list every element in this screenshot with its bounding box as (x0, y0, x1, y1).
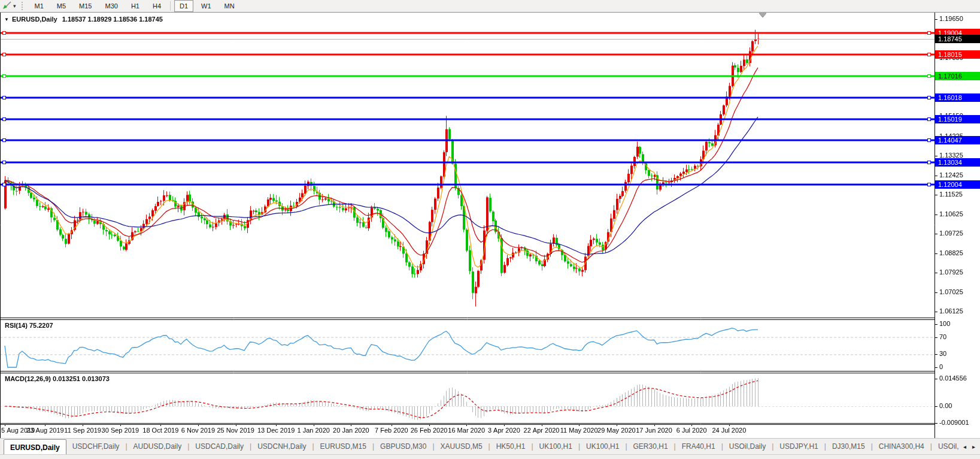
rsi-indicator-label: RSI(14) 75.2207 (5, 322, 53, 329)
chart-tab-GER30-H1[interactable]: GER30,H1 (627, 439, 674, 455)
timeframe-button-W1[interactable]: W1 (196, 0, 217, 12)
chart-area[interactable] (0, 0, 980, 459)
current-price-label[interactable]: 1.18745 (935, 35, 980, 43)
symbol-period-label: EURUSD,Daily (12, 16, 57, 23)
tab-scroll-right-icon[interactable]: ▸ (972, 443, 975, 450)
timeframe-button-M1[interactable]: M1 (29, 0, 49, 12)
chart-tab-HK50-H1[interactable]: HK50,H1 (490, 439, 532, 455)
ohlc-values: 1.18537 1.18929 1.18536 1.18745 (62, 16, 163, 23)
timeframe-button-M30[interactable]: M30 (100, 0, 123, 12)
crosshair-tool-button[interactable]: ▾ (1, 1, 18, 11)
price-line-label-1.14047[interactable]: 1.14047 (935, 136, 980, 144)
chart-tab-EURUSD-Daily[interactable]: EURUSD,Daily (4, 439, 66, 455)
timeframe-button-M5[interactable]: M5 (51, 0, 71, 12)
chart-tab-UK100-H1[interactable]: UK100,H1 (533, 439, 578, 455)
chart-tab-USDCHF-Daily[interactable]: USDCHF,Daily (66, 439, 126, 455)
chart-tab-USDCNH-Daily[interactable]: USDCNH,Daily (251, 439, 312, 455)
price-line-label-1.12004[interactable]: 1.12004 (935, 180, 980, 189)
chart-tab-CHINA300-H4[interactable]: CHINA300,H4 (873, 439, 930, 455)
chart-tab-USDJPY-H1[interactable]: USDJPY,H1 (773, 439, 824, 455)
dropdown-arrow-icon[interactable]: ▾ (13, 3, 16, 9)
toolbar-separator (170, 1, 171, 11)
price-line-label-1.18015[interactable]: 1.18015 (935, 50, 980, 59)
timeframe-button-H4[interactable]: H4 (147, 0, 166, 12)
chart-tabs-bar: EURUSD,DailyUSDCHF,Daily|AUDUSD,Daily|US… (0, 438, 980, 455)
timeframe-button-D1[interactable]: D1 (174, 0, 193, 12)
status-strip (0, 454, 980, 459)
chart-tab-XAUUSD-M5[interactable]: XAUUSD,M5 (435, 439, 489, 455)
price-line-label-1.15019[interactable]: 1.15019 (935, 115, 980, 123)
trendline-tool-icon (2, 1, 12, 12)
chart-tab-AUDUSD-Daily[interactable]: AUDUSD,Daily (128, 439, 188, 455)
price-line-label-1.16018[interactable]: 1.16018 (935, 93, 980, 102)
toolbar-grip[interactable] (22, 2, 25, 10)
timeframe-buttons: M1M5M15M30H1H4D1W1MN (28, 0, 241, 12)
tab-scroll-left-icon[interactable]: ◂ (963, 443, 966, 450)
chart-title: ▼EURUSD,Daily1.18537 1.18929 1.18536 1.1… (4, 16, 163, 23)
chart-tab-USDCAD-Daily[interactable]: USDCAD,Daily (189, 439, 250, 455)
chart-tab-FRA40-H1[interactable]: FRA40,H1 (676, 439, 721, 455)
chart-tab-USOil-H[interactable]: USOil,H (932, 439, 958, 455)
timeframe-button-M15[interactable]: M15 (74, 0, 97, 12)
timeframe-button-MN[interactable]: MN (219, 0, 240, 12)
macd-indicator-label: MACD(12,26,9) 0.013251 0.013073 (5, 375, 110, 382)
terminal-window: ▾ M1M5M15M30H1H4D1W1MN ▼EURUSD,Daily1.18… (0, 0, 980, 459)
chart-tab-DJ30-M15[interactable]: DJ30,M15 (826, 439, 871, 455)
collapse-icon[interactable]: ▼ (4, 17, 9, 22)
chart-tab-GBPUSD-M30[interactable]: GBPUSD,M30 (374, 439, 432, 455)
toolbar: ▾ M1M5M15M30H1H4D1W1MN (0, 0, 980, 13)
timeframe-button-H1[interactable]: H1 (126, 0, 145, 12)
price-line-label-1.17016[interactable]: 1.17016 (935, 72, 980, 80)
chart-tab-USOil-Daily[interactable]: USOil,Daily (723, 439, 772, 455)
price-line-label-1.13034[interactable]: 1.13034 (935, 158, 980, 167)
chart-tabs: EURUSD,DailyUSDCHF,Daily|AUDUSD,Daily|US… (0, 439, 958, 455)
chart-tab-UK100-H1[interactable]: UK100,H1 (580, 439, 625, 455)
chart-tab-EURUSD-M15[interactable]: EURUSD,M15 (314, 439, 372, 455)
